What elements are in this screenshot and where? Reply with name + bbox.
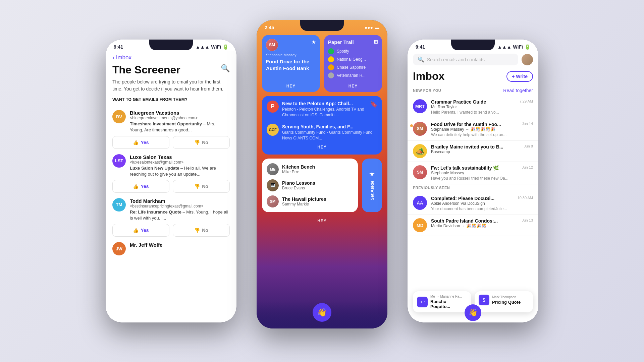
phone-3: 9:41 ▲▲▲ WiFi 🔋 🔍 Search emails and cont… bbox=[408, 40, 538, 322]
user-avatar-3[interactable] bbox=[522, 54, 533, 65]
email-time-docusign: 10:30 AM bbox=[518, 196, 533, 200]
back-button[interactable]: ‹ Imbox bbox=[112, 54, 230, 61]
yes-button-3[interactable]: 👍 Yes bbox=[112, 224, 169, 237]
no-button-2[interactable]: 👎 No bbox=[173, 180, 230, 193]
screener-item-bluegreen: BV Bluegreen Vacations <bluegreeninvestm… bbox=[112, 110, 230, 148]
widget-food-drive[interactable]: SM ★ Stephanie Massey Food Drive for the… bbox=[262, 35, 320, 92]
email-sender-padre: Merita Davidson → 🎉🎊🎉🎊 bbox=[431, 224, 533, 228]
chase-dot bbox=[328, 64, 334, 70]
screener-subtitle: The people below are trying to email you… bbox=[112, 78, 230, 93]
email-basecamp[interactable]: 🏕️ Bradley Maine invited you to B... Jun… bbox=[408, 141, 538, 162]
msg-avatar-sammy: SM bbox=[267, 195, 279, 207]
notch-2 bbox=[300, 20, 344, 31]
read-together-link[interactable]: Read together bbox=[503, 88, 533, 93]
screener-item-luxe: LST Luxe Salon Texas <luxesalontexas@gma… bbox=[112, 154, 230, 193]
svg-point-0 bbox=[329, 50, 333, 53]
screener-title: The Screener bbox=[112, 64, 230, 76]
peloton-preview: Peloton - Peloton Challenges, Android TV… bbox=[282, 107, 367, 118]
email-content-basecamp: Bradley Maine invited you to B... Jun 8 … bbox=[431, 144, 533, 155]
search-icon-3: 🔍 bbox=[418, 56, 424, 63]
rancho-label: Me → Marianne Pa... bbox=[430, 295, 467, 298]
screener-buttons-2: 👍 Yes 👎 No bbox=[112, 180, 230, 193]
write-button[interactable]: + Write bbox=[506, 71, 533, 82]
peloton-subject: New to the Peloton App: Chall... bbox=[282, 101, 367, 107]
widget-paper-trail[interactable]: Paper Trail ⊞ Spotify bbox=[324, 35, 382, 92]
status-icons-3: ▲▲▲ WiFi 🔋 bbox=[497, 44, 530, 50]
email-row-top-3: Bradley Maine invited you to B... Jun 8 bbox=[431, 144, 533, 149]
email-subject-padre: South Padre Island Condos:... bbox=[431, 218, 498, 224]
phone2-screen: 2:45 ●●● ▬ SM ★ Stephanie Massey bbox=[257, 20, 387, 328]
giants-preview: Giants Community Fund - Giants Community… bbox=[282, 130, 377, 141]
pricing-text: Mark Thompson Pricing Quote bbox=[492, 295, 521, 305]
email-time-grammar: 7:29 AM bbox=[520, 99, 533, 103]
email-avatar-md: MD bbox=[413, 218, 427, 232]
msg-subject-2: Piano Lessons bbox=[282, 180, 353, 186]
email-docusign[interactable]: AA Completed: Please DocuSi... 10:30 AM … bbox=[408, 192, 538, 215]
grid-icon: ⊞ bbox=[374, 39, 378, 45]
email-subject-sustain: Fw: Let's talk sustainability 🌿 bbox=[431, 165, 499, 171]
gcf-icon: GCF bbox=[267, 124, 279, 136]
wifi-icon: WiFi bbox=[211, 44, 221, 50]
msg-sender-2: Bruce Evans bbox=[282, 186, 353, 190]
battery-icon-2: ▬ bbox=[375, 25, 379, 30]
msg-hawaii: SM The Hawaii pictures Sammy Markle bbox=[267, 195, 353, 207]
widget-messages: ME Kitchen Bench Mike Erre 🎹 bbox=[262, 159, 358, 212]
back-chevron-icon: ‹ bbox=[112, 54, 115, 61]
avatar-bv: BV bbox=[112, 110, 126, 123]
widget-combined[interactable]: P New to the Peloton App: Chall... Pelot… bbox=[262, 96, 382, 155]
email-content-docusign: Completed: Please DocuSi... 10:30 AM Abb… bbox=[431, 196, 533, 211]
spotify-dot bbox=[328, 48, 334, 54]
giants-content: Serving Youth, Families, and F... Giants… bbox=[282, 124, 377, 141]
email-row-top-4: Fw: Let's talk sustainability 🌿 Jun 12 bbox=[431, 165, 533, 171]
email-content-padre: South Padre Island Condos:... Jun 13 Mer… bbox=[431, 218, 533, 229]
email-south-padre[interactable]: MD South Padre Island Condos:... Jun 13 … bbox=[408, 215, 538, 236]
pt-chase: Chase Sapphire bbox=[337, 65, 366, 70]
float-card-pricing-inner: $ Mark Thompson Pricing Quote bbox=[479, 295, 529, 305]
email-row-top-1: Grammar Practice Guide 7:29 AM bbox=[431, 99, 533, 105]
email-content-food: Food Drive for the Austin Foo... Jun 14 … bbox=[431, 122, 533, 137]
msg-avatar-me: ME bbox=[267, 163, 279, 175]
peloton-icon: P bbox=[267, 101, 279, 113]
email-subject-basecamp: Bradley Maine invited you to B... bbox=[431, 144, 503, 149]
peloton-content: New to the Peloton App: Chall... Peloton… bbox=[282, 101, 367, 118]
unread-dot-food bbox=[410, 124, 413, 127]
sender-name-1: Bluegreen Vacations bbox=[130, 110, 230, 116]
battery-icon-3: 🔋 bbox=[525, 44, 530, 50]
p1-header: ‹ Imbox The Screener 🔍 The people below … bbox=[106, 51, 236, 110]
status-icons-2: ●●● ▬ bbox=[365, 25, 379, 30]
search-input[interactable]: 🔍 Search emails and contacts... bbox=[413, 54, 518, 65]
food-drive-subject: Food Drive for the Austin Food Bank bbox=[266, 58, 316, 71]
sender-email-3: <bestinsurancepricingtexas@gmail.com> bbox=[130, 204, 230, 208]
email-avatar-aa: AA bbox=[413, 196, 427, 210]
food-drive-sender: Stephanie Massey bbox=[266, 53, 316, 57]
yes-button-1[interactable]: 👍 Yes bbox=[112, 136, 169, 149]
yes-button-2[interactable]: 👍 Yes bbox=[112, 180, 169, 193]
giants-subject: Serving Youth, Families, and F... bbox=[282, 124, 377, 130]
sender-name-2: Luxe Salon Texas bbox=[130, 154, 230, 160]
email-time-food: Jun 14 bbox=[522, 122, 533, 126]
email-food-drive[interactable]: SM Food Drive for the Austin Foo... Jun … bbox=[408, 118, 538, 141]
hey-button[interactable]: 👋 bbox=[313, 303, 331, 322]
no-button-3[interactable]: 👎 No bbox=[173, 224, 230, 237]
set-aside-button[interactable]: ★ Set Aside bbox=[362, 159, 382, 212]
no-button-1[interactable]: 👎 No bbox=[173, 136, 230, 149]
notch-3 bbox=[451, 40, 495, 50]
new-for-you-header: NEW FOR YOU Read together bbox=[408, 86, 538, 96]
avatar-jw: JW bbox=[112, 242, 126, 255]
widget-messages-row: ME Kitchen Bench Mike Erre 🎹 bbox=[262, 159, 382, 212]
msg-info-2: Piano Lessons Bruce Evans bbox=[282, 180, 353, 190]
screener-buttons-1: 👍 Yes 👎 No bbox=[112, 136, 230, 149]
msg-subject-3: The Hawaii pictures bbox=[282, 196, 353, 202]
email-sustainability[interactable]: SM Fw: Let's talk sustainability 🌿 Jun 1… bbox=[408, 162, 538, 184]
prev-seen-label: PREVIOUSLY SEEN bbox=[413, 186, 450, 190]
hey-button-3[interactable]: 👋 bbox=[465, 304, 481, 321]
email-grammar[interactable]: MRT Grammar Practice Guide 7:29 AM Mr. R… bbox=[408, 96, 538, 118]
phones-container: 9:41 ▲▲▲ WiFi 🔋 ‹ Imbox The Screener 🔍 T… bbox=[0, 0, 644, 362]
screener-sender-3: TM Todd Markham <bestinsurancepricingtex… bbox=[112, 198, 230, 221]
sender-name-3: Todd Markham bbox=[130, 198, 230, 204]
search-icon[interactable]: 🔍 bbox=[221, 64, 230, 73]
notch-1 bbox=[149, 40, 193, 50]
time-2: 2:45 bbox=[265, 25, 274, 30]
sender-preview-1: Timeshare Investment Opportunity – Mrs. … bbox=[130, 121, 230, 133]
search-placeholder: Search emails and contacts... bbox=[427, 57, 489, 62]
